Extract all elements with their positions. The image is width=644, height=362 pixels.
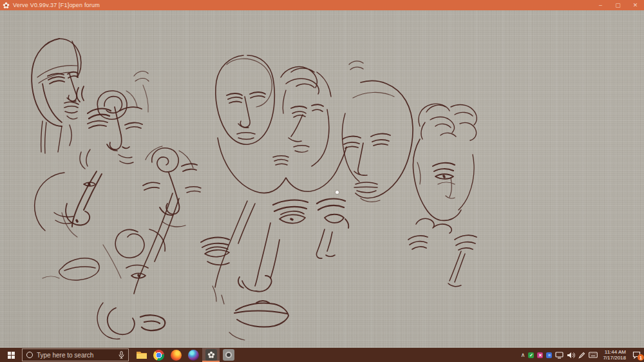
taskbar-app-file-explorer[interactable] [133,348,150,362]
paint-orb-icon [188,350,199,361]
maximize-button[interactable]: ▢ [609,0,627,10]
close-button[interactable]: ✕ [627,0,644,10]
verve-window: Verve V0.99v.37 [F1]open forum – ▢ ✕ Typ… [0,0,644,362]
tray-clock[interactable]: 11:44 AM 7/17/2018 [603,349,626,361]
verve-logo-icon [3,2,10,9]
pen-icon[interactable] [578,352,585,359]
windows-logo-icon [8,352,15,359]
taskbar-app-paint-orb[interactable] [185,348,202,362]
action-center-button[interactable]: 1 [631,350,641,359]
taskbar-search[interactable]: Type here to search [22,348,129,361]
drawing-canvas[interactable] [0,10,644,348]
minimize-button[interactable]: – [592,0,609,10]
search-placeholder: Type here to search [37,352,115,359]
taskbar-app-chrome[interactable] [150,348,167,362]
microphone-icon[interactable] [118,351,124,359]
speaker-icon[interactable] [567,352,575,359]
taskbar-apps [133,348,237,362]
taskbar-app-screen-capture[interactable] [220,348,237,362]
keyboard-icon[interactable] [589,352,598,358]
start-button[interactable] [0,348,22,362]
notification-badge: 1 [638,354,644,361]
window-title: Verve V0.99v.37 [F1]open forum [13,2,100,8]
firefox-icon [171,350,182,361]
screen-capture-icon [223,349,234,361]
taskbar-app-verve[interactable] [202,348,220,362]
window-controls: – ▢ ✕ [592,0,644,10]
chrome-icon [153,350,164,361]
verve-taskbar-icon [205,349,217,361]
clock-date: 7/17/2018 [603,355,626,361]
brush-cursor[interactable] [336,191,339,194]
clock-time: 11:44 AM [603,349,626,355]
cortana-icon [26,352,33,358]
system-tray: ∧ ✓ ✕ ≡ 11:44 AM 7/17/2018 [521,349,644,361]
taskbar: Type here to search [0,348,644,362]
tray-chevron-icon[interactable]: ∧ [521,352,526,358]
taskbar-app-firefox[interactable] [167,348,185,362]
sketch-layer [0,10,644,348]
display-network-icon[interactable] [555,352,564,359]
tray-blue-app-icon[interactable]: ≡ [546,352,552,358]
tray-magenta-app-icon[interactable]: ✕ [537,352,543,358]
file-explorer-icon [136,349,147,361]
titlebar: Verve V0.99v.37 [F1]open forum – ▢ ✕ [0,0,644,10]
tray-green-app-icon[interactable]: ✓ [528,352,534,358]
